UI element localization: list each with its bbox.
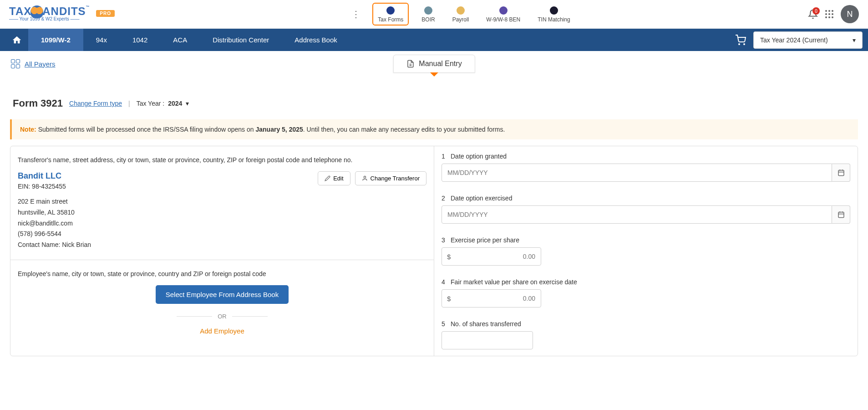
avatar[interactable]: N	[841, 5, 859, 23]
contact-name: Contact Name: Nick Brian	[18, 240, 91, 251]
company-name: Bandit LLC	[18, 171, 91, 181]
note-text-post: . Until then, you can make any necessary…	[303, 126, 505, 133]
tab-1099-w2[interactable]: 1099/W-2	[28, 29, 83, 51]
select-employee-button[interactable]: Select Employee From Address Book	[156, 285, 289, 304]
nav-label: BOIR	[421, 16, 435, 23]
chevron-down-icon: ▾	[186, 100, 189, 107]
date-option-granted-input[interactable]	[442, 164, 832, 182]
edit-button[interactable]: Edit	[318, 171, 350, 185]
apps-icon[interactable]	[825, 10, 833, 18]
tab-address-book[interactable]: Address Book	[282, 29, 350, 51]
add-employee-link[interactable]: Add Employee	[18, 327, 426, 335]
notifications-button[interactable]: 0	[808, 9, 818, 19]
logo-text-b: ANDITS	[42, 5, 86, 17]
field-2: 2Date option exercised	[434, 188, 858, 230]
change-label: Change Transferor	[371, 175, 420, 182]
tab-aca[interactable]: ACA	[160, 29, 200, 51]
field-label: Date option granted	[451, 153, 507, 160]
cart-icon	[735, 35, 746, 46]
form-title: Form 3921	[13, 97, 63, 109]
calendar-button[interactable]	[832, 205, 850, 224]
note-date: January 5, 2025	[255, 126, 303, 133]
field-label: No. of shares transferred	[451, 320, 521, 328]
tab-1042[interactable]: 1042	[120, 29, 160, 51]
top-right: 0 N	[808, 5, 859, 23]
tax-year-selector[interactable]: Tax Year : 2024 ▾	[137, 100, 189, 107]
payroll-icon	[457, 6, 465, 15]
document-icon	[406, 60, 414, 68]
right-column: 1Date option granted 2Date option exerci…	[434, 146, 858, 356]
manual-entry-tab[interactable]: Manual Entry	[393, 55, 475, 73]
boir-icon	[424, 6, 432, 15]
top-header: TAXANDITS™ PRO —— Your 1099 & W2 Experts…	[0, 0, 868, 29]
cart-button[interactable]	[735, 35, 746, 46]
date-option-exercised-input[interactable]	[442, 205, 832, 224]
field-label: Date option exercised	[451, 195, 512, 202]
main-nav: 1099/W-2 94x 1042 ACA Distribution Cente…	[0, 29, 868, 51]
field-3: 3Exercise price per share $	[434, 230, 858, 272]
note-banner: Note: Submitted forms will be processed …	[10, 119, 858, 139]
employee-section: Employee's name, city or town, state or …	[10, 260, 434, 344]
svg-point-4	[364, 176, 365, 178]
sub-header: All Payers Manual Entry	[0, 51, 868, 68]
tax-forms-icon	[386, 6, 395, 15]
form-header: Form 3921 Change Form type | Tax Year : …	[10, 96, 858, 117]
fair-market-value-input[interactable]	[442, 289, 541, 308]
all-payers-link[interactable]: All Payers	[11, 59, 56, 68]
pencil-icon	[325, 175, 330, 181]
exercise-price-input[interactable]	[442, 247, 541, 266]
tab-distribution-center[interactable]: Distribution Center	[200, 29, 282, 51]
nav-label: W-9/W-8 BEN	[486, 16, 520, 23]
logo-text-a: TAX	[9, 5, 31, 17]
field-number: 3	[442, 236, 446, 244]
field-1: 1Date option granted	[434, 146, 858, 188]
change-form-type-link[interactable]: Change Form type	[69, 100, 122, 107]
field-5: 5No. of shares transferred	[434, 314, 858, 356]
logo-tm: ™	[86, 5, 90, 9]
nav-tin[interactable]: TIN Matching	[533, 4, 574, 25]
nav-tax-forms[interactable]: Tax Forms	[372, 3, 409, 26]
nav-label: TIN Matching	[538, 16, 570, 23]
transferor-label: Transferor's name, street address, city …	[18, 155, 426, 165]
email: nick@banditllc.com	[18, 218, 91, 229]
top-nav-center: ⋮ Tax Forms BOIR Payroll W-9/W-8 BEN TIN…	[348, 3, 574, 26]
note-label: Note:	[20, 126, 36, 133]
left-column: Transferor's name, street address, city …	[10, 146, 434, 356]
svg-rect-5	[838, 170, 844, 176]
field-number: 4	[442, 278, 446, 286]
nav-w9[interactable]: W-9/W-8 BEN	[482, 4, 525, 25]
change-transferor-button[interactable]: Change Transferor	[355, 171, 426, 185]
nav-boir[interactable]: BOIR	[417, 4, 439, 25]
dropdown-value: Tax Year 2024 (Current)	[760, 36, 828, 44]
tax-year-dropdown[interactable]: Tax Year 2024 (Current) ▾	[753, 31, 863, 49]
shares-transferred-input[interactable]	[442, 331, 533, 349]
nav-payroll[interactable]: Payroll	[448, 4, 474, 25]
calendar-button[interactable]	[832, 164, 850, 182]
field-number: 1	[442, 153, 446, 160]
calendar-icon	[838, 211, 845, 218]
person-icon	[362, 175, 368, 181]
phone: (578) 996-5544	[18, 229, 91, 240]
svg-point-1	[744, 44, 745, 45]
chevron-down-icon: ▾	[853, 36, 856, 44]
grid-icon	[11, 59, 20, 68]
home-button[interactable]	[5, 35, 28, 45]
employee-label: Employee's name, city or town, state or …	[18, 269, 426, 279]
field-label: Fair market value per share on exercise …	[451, 278, 577, 286]
tab-94x[interactable]: 94x	[83, 29, 120, 51]
logo-tagline: Your 1099 & W2 Experts	[20, 16, 69, 21]
more-menu-icon[interactable]: ⋮	[348, 5, 364, 23]
street: 202 E main street	[18, 196, 91, 207]
svg-rect-9	[838, 212, 844, 218]
city-state-zip: huntsville, AL 35810	[18, 207, 91, 218]
transferor-section: Transferor's name, street address, city …	[10, 146, 434, 260]
or-text: OR	[218, 313, 227, 320]
calendar-icon	[838, 169, 845, 176]
form-body: Transferor's name, street address, city …	[10, 146, 858, 356]
nav-label: Payroll	[452, 16, 469, 23]
field-4: 4Fair market value per share on exercise…	[434, 272, 858, 314]
tin-icon	[550, 6, 558, 15]
logo[interactable]: TAXANDITS™ PRO —— Your 1099 & W2 Experts…	[9, 5, 115, 24]
dollar-icon: $	[447, 295, 451, 302]
nav-label: Tax Forms	[378, 16, 403, 23]
